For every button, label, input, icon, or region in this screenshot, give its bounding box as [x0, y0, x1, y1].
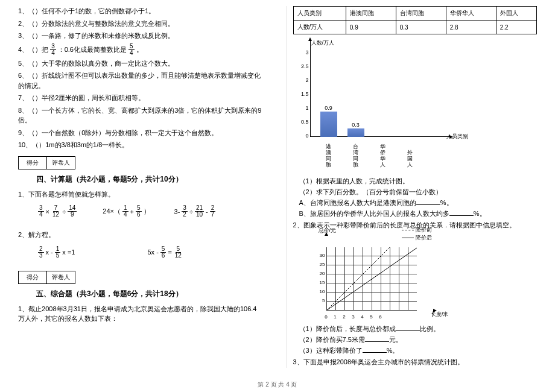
bar-1 — [320, 112, 337, 137]
blank-input[interactable] — [416, 204, 440, 205]
q1-1: （1）根据表里的人数，完成统计图。 — [299, 177, 538, 186]
calc2-b: 5x - 56 = 512 — [147, 246, 184, 259]
lc-y-label: 总价/元 — [319, 227, 337, 235]
tf-q1: 1、（）任何不小于1的数，它的倒数都小于1。 — [18, 6, 262, 16]
q2-1: （1）降价前后，长度与总价都成比例。 — [299, 324, 538, 334]
legend: 降价前 降价后 — [402, 226, 432, 242]
q2-3: （3）这种彩带降价了%。 — [299, 346, 538, 355]
q1-2a: A、台湾同胞报名人数大约是港澳同胞的%。 — [299, 198, 538, 207]
score-box-2: 得分 评卷人 — [18, 271, 75, 284]
tf-q9: 9、（）一个自然数（0除外）与分数相除，积一定大于这个自然数。 — [18, 128, 262, 138]
calc1-c: 3- 32 ÷ 2110 - 27 — [174, 205, 218, 218]
dash-icon — [402, 230, 414, 230]
score-cell: 得分 — [19, 157, 47, 169]
page-footer: 第 2 页 共 4 页 — [0, 381, 555, 389]
data-table: 人员类别 港澳同胞 台湾同胞 华侨华人 外国人 人数/万人 0.9 0.3 2.… — [293, 6, 538, 34]
bar-2 — [347, 128, 364, 137]
tf-q8: 8、（）一个长方体，它的长、宽、高都扩大到原来的3倍，它的体积扩大到原来的9倍。 — [18, 106, 262, 125]
tf-q2: 2、（）分数除法的意义与整数除法的意义完全相同。 — [18, 19, 262, 29]
q2-2: （2）降价前买7.5米需元。 — [299, 335, 538, 344]
calc2-intro: 2、解方程。 — [18, 230, 262, 240]
calc2-row: 23 x - 15 x =1 5x - 56 = 512 — [36, 246, 262, 259]
tf-q10: 10、（）1m的3/8和3m的1/8一样长。 — [18, 140, 262, 150]
lc-x-label: 长度/米 — [431, 311, 449, 318]
x-axis-label: 人员类别 — [446, 133, 468, 141]
q1-2b: B、旅居国外的华侨华人比外国人的报名人数大约多%。 — [299, 209, 538, 218]
score-box: 得分 评卷人 — [18, 156, 75, 169]
blank-input[interactable] — [363, 352, 387, 353]
calc1-intro: 1、下面各题怎样简便就怎样算。 — [18, 189, 262, 200]
calc1-row: 34 × 712 ÷ 149 24×（ 14 + 56 ） 3- 32 ÷ 21… — [36, 205, 262, 218]
tf-q7: 7、（）半径2厘米的圆，周长和面积相等。 — [18, 93, 262, 103]
table-header-row: 人员类别 港澳同胞 台湾同胞 华侨华人 外国人 — [293, 7, 537, 21]
section-5-title: 五、综合题（共3小题，每题6分，共计18分） — [36, 289, 262, 299]
calc1-b: 24×（ 14 + 56 ） — [103, 205, 150, 218]
line-chart: 降价前 降价后 总价/元 长度/米 0 1 2 3 4 5 6 5 10 15 … — [311, 235, 432, 320]
right-column: 人员类别 港澳同胞 台湾同胞 华侨华人 外国人 人数/万人 0.9 0.3 2.… — [287, 6, 538, 368]
tf-q6: 6、（）折线统计图不但可以表示出数量的多少，而且能够清楚地表示数量增减变化的情况… — [18, 71, 262, 90]
y-axis-label: 人数/万人 — [311, 39, 335, 47]
q3: 3、下面是申报2008年奥运会主办城市的得票情况统计图。 — [293, 357, 538, 367]
legend-before: 降价前 — [402, 226, 432, 234]
blank-input[interactable] — [449, 215, 474, 216]
fraction: 54 — [128, 43, 135, 56]
calc2-a: 23 x - 15 x =1 — [36, 246, 75, 259]
svg-line-1 — [326, 248, 417, 311]
comp1: 1、截止2008年3月31日，报名申请成为北京奥运会志愿者的，除我国大陆的106… — [18, 304, 262, 324]
bar-chart: 人数/万人 人员类别 0 0.5 1 1.5 2 2.5 3 0.9 0.3 港… — [293, 40, 462, 149]
solid-icon — [402, 238, 414, 238]
table-data-row: 人数/万人 0.9 0.3 2.8 2.2 — [293, 21, 537, 34]
blank-input[interactable] — [396, 330, 420, 331]
tf-q5: 5、（）大于零的数除以真分数，商一定比这个数大。 — [18, 58, 262, 69]
q1-2: （2）求下列百分数。（百分号前保留一位小数） — [299, 188, 538, 197]
grader-cell: 评卷人 — [47, 157, 75, 169]
tf-q3: 3、（）一条路，修了的米数和未修的米数成反比例。 — [18, 31, 262, 41]
fraction: 34 — [50, 43, 56, 56]
svg-line-0 — [326, 247, 390, 311]
calc1-a: 34 × 712 ÷ 149 — [36, 205, 78, 218]
left-column: 1、（）任何不小于1的数，它的倒数都小于1。 2、（）分数除法的意义与整数除法的… — [18, 6, 268, 368]
line-plot — [326, 247, 417, 311]
tf-q4: 4、（）把 34 ：0.6化成最简整数比是 54 。 — [18, 43, 262, 56]
blank-input[interactable] — [365, 341, 389, 342]
legend-after: 降价后 — [402, 234, 432, 242]
section-4-title: 四、计算题（共2小题，每题5分，共计10分） — [36, 174, 262, 185]
